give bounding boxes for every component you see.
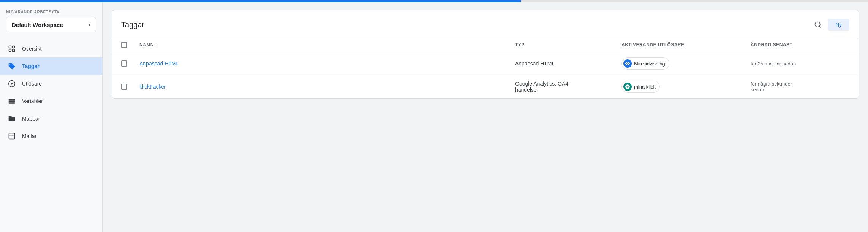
- row-trigger-2: mina klick: [621, 81, 751, 93]
- search-button[interactable]: [811, 18, 825, 32]
- search-icon: [814, 21, 822, 29]
- trigger-label-2: mina klick: [634, 84, 656, 90]
- page-title: Taggar: [121, 21, 144, 29]
- col-header-type: Typ: [515, 42, 621, 48]
- sidebar-item-label-mallar: Mallar: [22, 133, 36, 139]
- template-icon: [8, 132, 16, 140]
- row-modified-2: för några sekundersedan: [751, 81, 849, 92]
- trigger-label-1: Min sidvisning: [634, 61, 665, 67]
- trigger-badge-1[interactable]: Min sidvisning: [621, 57, 669, 70]
- col-header-checkbox: [121, 42, 139, 48]
- row-name-2: klicktracker: [139, 84, 515, 90]
- sidebar-item-utlosare[interactable]: Utlösare: [0, 75, 102, 92]
- svg-rect-6: [9, 99, 15, 100]
- overview-icon: [8, 44, 16, 53]
- tag-link-1[interactable]: Anpassad HTML: [139, 60, 179, 67]
- svg-rect-2: [9, 49, 11, 52]
- sidebar-item-taggar[interactable]: Taggar: [0, 57, 102, 75]
- sidebar: NUVARANDE ARBETSYTA Default Workspace › …: [0, 2, 103, 232]
- card-header: Taggar Ny: [112, 10, 859, 38]
- folder-icon: [8, 114, 16, 123]
- sidebar-item-variabler[interactable]: Variabler: [0, 92, 102, 110]
- row-trigger-1: Min sidvisning: [621, 57, 751, 70]
- row-type-1: Anpassad HTML: [515, 60, 621, 67]
- workspace-selector[interactable]: Default Workspace ›: [6, 17, 96, 32]
- tags-card: Taggar Ny Namn: [112, 10, 859, 99]
- svg-rect-3: [13, 49, 15, 52]
- svg-point-5: [11, 83, 13, 85]
- svg-rect-8: [9, 102, 15, 103]
- row-type-2: Google Analytics: GA4-händelse: [515, 81, 621, 93]
- chevron-right-icon: ›: [89, 21, 90, 28]
- row-checkbox-1[interactable]: [121, 60, 127, 67]
- row-checkbox-cell-2: [121, 84, 139, 90]
- row-name-1: Anpassad HTML: [139, 60, 515, 67]
- svg-point-11: [815, 22, 820, 27]
- sidebar-item-label-utlosare: Utlösare: [22, 81, 42, 87]
- sidebar-item-mappar[interactable]: Mappar: [0, 110, 102, 127]
- eye-icon: [623, 59, 632, 68]
- row-modified-1: för 25 minuter sedan: [751, 61, 849, 67]
- row-checkbox-cell-1: [121, 60, 139, 67]
- workspace-section: NUVARANDE ARBETSYTA Default Workspace ›: [0, 2, 102, 37]
- table-header: Namn ↑ Typ Aktiverande utlösare Ändrad s…: [112, 38, 859, 52]
- sidebar-item-label-oversikt: Översikt: [22, 46, 41, 52]
- sort-arrow-icon: ↑: [155, 42, 158, 48]
- table-row: Anpassad HTML Anpassad HTML Min sidvisni…: [112, 52, 859, 75]
- sidebar-item-label-taggar: Taggar: [22, 63, 40, 69]
- sidebar-item-label-variabler: Variabler: [22, 98, 43, 104]
- svg-line-12: [819, 26, 821, 28]
- sidebar-item-label-mappar: Mappar: [22, 116, 40, 122]
- sidebar-nav: Översikt Taggar Utlösar: [0, 37, 102, 232]
- new-button[interactable]: Ny: [828, 19, 849, 31]
- trigger-nav-icon: [8, 79, 16, 88]
- table-row: klicktracker Google Analytics: GA4-hände…: [112, 75, 859, 98]
- svg-rect-0: [9, 46, 11, 48]
- select-all-checkbox[interactable]: [121, 42, 127, 48]
- main-content: Taggar Ny Namn: [103, 2, 868, 232]
- header-actions: Ny: [811, 18, 849, 32]
- svg-rect-9: [9, 133, 15, 139]
- workspace-label: NUVARANDE ARBETSYTA: [6, 10, 96, 14]
- col-header-name[interactable]: Namn ↑: [139, 42, 515, 48]
- workspace-name: Default Workspace: [12, 22, 63, 28]
- col-header-trigger: Aktiverande utlösare: [621, 42, 751, 48]
- sidebar-item-oversikt[interactable]: Översikt: [0, 40, 102, 57]
- sidebar-item-mallar[interactable]: Mallar: [0, 127, 102, 145]
- svg-rect-1: [13, 46, 15, 48]
- trigger-badge-2[interactable]: mina klick: [621, 81, 660, 93]
- variable-icon: [8, 97, 16, 105]
- plus-circle-icon: [623, 83, 632, 91]
- col-header-modified: Ändrad senast: [751, 42, 849, 48]
- tag-link-2[interactable]: klicktracker: [139, 84, 166, 90]
- row-checkbox-2[interactable]: [121, 84, 127, 90]
- svg-rect-7: [9, 100, 15, 102]
- tag-icon: [8, 62, 16, 70]
